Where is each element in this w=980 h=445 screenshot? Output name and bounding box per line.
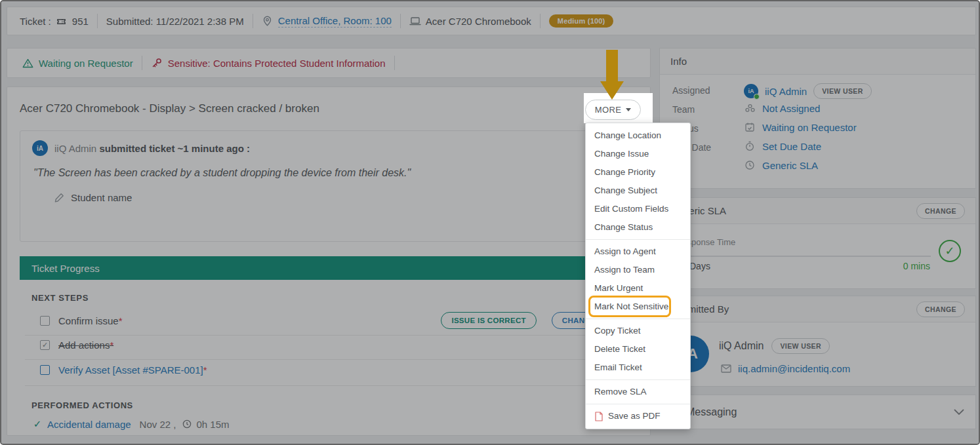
sla-change-button[interactable]: CHANGE <box>916 203 965 219</box>
sla-met-check-icon: ✓ <box>939 240 961 262</box>
confirm-issue-checkbox[interactable] <box>40 316 50 326</box>
action-date: Nov 22 , <box>140 419 176 430</box>
chevron-down-icon[interactable] <box>953 406 965 418</box>
divider <box>25 335 635 336</box>
menu-item-edit-custom-fields[interactable]: Edit Custom Fields <box>586 200 690 218</box>
clock-icon <box>744 159 756 171</box>
device-name: Acer C720 Chromebook <box>426 16 531 27</box>
submitted-by-panel: Submitted By CHANGE iA iiQ Admin VIEW US… <box>659 296 976 387</box>
menu-item-change-priority[interactable]: Change Priority <box>586 163 690 182</box>
verify-asset-checkbox[interactable] <box>40 365 50 375</box>
set-due-date-link[interactable]: Set Due Date <box>762 141 821 152</box>
performed-actions-heading: PERFORMED ACTIONS <box>31 400 133 410</box>
info-header: Info <box>670 56 687 67</box>
divider <box>394 56 395 70</box>
envelope-icon <box>720 362 732 374</box>
location-link[interactable]: Central Office, Room: 100 <box>278 15 392 28</box>
menu-item-change-status[interactable]: Change Status <box>586 218 690 237</box>
ticket-title: Acer C720 Chromebook - Display > Screen … <box>20 102 319 115</box>
divider <box>400 14 401 28</box>
required-asterisk: * <box>110 339 113 351</box>
step-label: Add actions <box>58 339 110 351</box>
action-duration: 0h 15m <box>196 419 229 430</box>
stopwatch-icon <box>744 140 756 152</box>
submitter-email-link[interactable]: iiq.admin@incidentiq.com <box>738 363 850 374</box>
ticket-progress-header: Ticket Progress <box>20 256 639 280</box>
status-link[interactable]: Waiting on Requestor <box>762 122 857 133</box>
online-status-dot <box>754 94 760 100</box>
menu-item-copy-ticket[interactable]: Copy Ticket <box>586 322 690 340</box>
divider <box>142 56 142 70</box>
avatar: iA <box>32 140 48 156</box>
pencil-icon <box>53 191 65 203</box>
info-label-team: Team <box>672 104 695 115</box>
menu-divider <box>586 239 690 240</box>
author-name: iiQ Admin <box>54 143 96 154</box>
menu-item-change-location[interactable]: Change Location <box>586 126 690 145</box>
messaging-panel[interactable]: Messaging <box>659 395 976 429</box>
step-label: Confirm issue <box>58 315 119 326</box>
info-panel: Info Assigned iA iiQ Admin VIEW USER Tea… <box>659 48 976 189</box>
custom-field-student-name: Student name <box>71 192 132 203</box>
submitter-name: iiQ Admin <box>719 340 764 352</box>
menu-item-mark-urgent[interactable]: Mark Urgent <box>586 279 690 298</box>
team-link[interactable]: Not Assigned <box>762 103 820 114</box>
add-actions-checkbox[interactable]: ✓ <box>40 340 50 350</box>
divider <box>97 14 98 28</box>
sla-progress-bar <box>676 256 931 257</box>
check-icon: ✓ <box>31 418 43 430</box>
ticket-number: 951 <box>72 16 89 27</box>
ticket-page: Ticket : 951 Submitted: 11/22/2021 2:38 … <box>0 0 980 445</box>
menu-item-save-as-pdf[interactable]: Save as PDF <box>586 407 690 425</box>
laptop-icon <box>409 15 421 27</box>
view-user-button[interactable]: VIEW USER <box>813 83 872 99</box>
performed-action-link[interactable]: Accidental damage <box>47 419 131 430</box>
submitted-by-change-button[interactable]: CHANGE <box>916 301 965 317</box>
menu-divider <box>586 379 690 380</box>
sla-elapsed: 0 mins <box>883 261 930 271</box>
more-button[interactable]: MORE <box>585 100 641 120</box>
key-icon <box>151 57 163 69</box>
assigned-user-link[interactable]: iiQ Admin <box>765 86 807 97</box>
clock-icon <box>181 418 193 430</box>
waiting-status-link[interactable]: Waiting on Requestor <box>39 58 133 69</box>
ticket-description-box: iA iiQ Admin submitted ticket ~1 minute … <box>20 130 639 242</box>
team-icon <box>744 102 756 114</box>
view-user-button[interactable]: VIEW USER <box>771 338 830 354</box>
required-asterisk: * <box>203 364 207 376</box>
menu-item-change-subject[interactable]: Change Subject <box>586 182 690 200</box>
sla-link[interactable]: Generic SLA <box>762 160 818 171</box>
ticket-label: Ticket : <box>20 16 51 27</box>
divider <box>25 359 635 360</box>
warning-triangle-icon <box>22 57 33 69</box>
menu-item-remove-sla[interactable]: Remove SLA <box>586 383 690 401</box>
sla-target: Days <box>689 261 710 271</box>
pdf-file-icon <box>594 412 603 421</box>
ticket-status-bar: Waiting on Requestor Sensitive: Contains… <box>7 48 651 78</box>
priority-badge: Medium (100) <box>549 14 614 28</box>
menu-item-change-issue[interactable]: Change Issue <box>586 145 690 163</box>
ticket-icon <box>56 15 68 27</box>
location-pin-icon <box>262 15 274 27</box>
sensitive-flag: Sensitive: Contains Protected Student In… <box>168 58 386 69</box>
menu-item-assign-to-team[interactable]: Assign to Team <box>586 261 690 279</box>
menu-divider <box>586 319 690 319</box>
divider <box>540 14 541 28</box>
info-label-assigned: Assigned <box>672 85 710 96</box>
menu-item-email-ticket[interactable]: Email Ticket <box>586 358 690 377</box>
avatar: iA <box>744 84 758 98</box>
verify-asset-link[interactable]: Verify Asset [Asset #SPARE-001] <box>58 364 203 376</box>
issue-is-correct-button[interactable]: ISSUE IS CORRECT <box>441 312 536 329</box>
next-steps-heading: NEXT STEPS <box>31 293 89 303</box>
sla-panel: Generic SLA CHANGE Response Time Days 0 … <box>659 197 976 289</box>
ticket-header-bar: Ticket : 951 Submitted: 11/22/2021 2:38 … <box>7 7 976 35</box>
menu-item-mark-not-sensitive[interactable]: Mark Not Sensitive <box>586 298 690 316</box>
caret-down-icon <box>626 108 631 111</box>
menu-item-assign-to-agent[interactable]: Assign to Agent <box>586 242 690 261</box>
divider <box>25 385 635 386</box>
menu-item-delete-ticket[interactable]: Delete Ticket <box>586 340 690 358</box>
ticket-description: "The Screen has been cracked by a studen… <box>33 167 411 179</box>
required-asterisk: * <box>119 315 123 326</box>
ticket-id: Ticket : 951 <box>20 15 89 27</box>
ticket-detail-panel: Acer C720 Chromebook - Display > Screen … <box>7 87 651 436</box>
